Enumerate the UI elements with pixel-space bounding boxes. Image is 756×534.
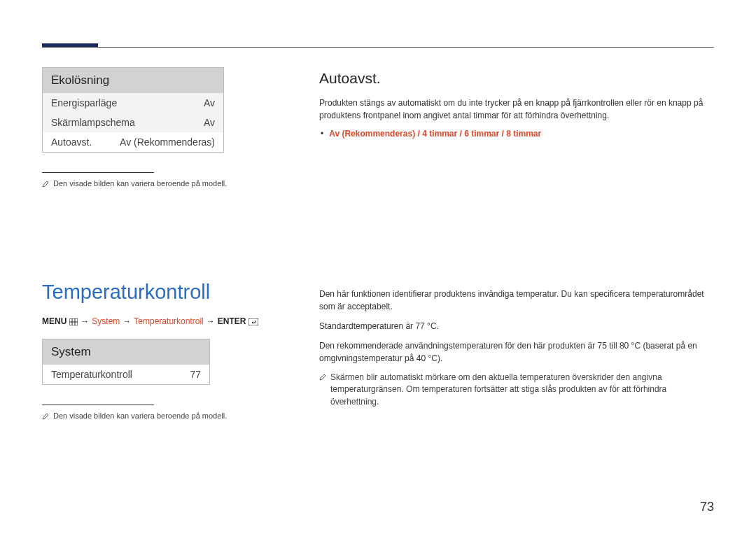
arrow-icon: → bbox=[122, 316, 131, 326]
left-column-lower: Temperaturkontroll MENU → System → Tempe… bbox=[42, 281, 280, 422]
header-rule bbox=[42, 47, 714, 48]
system-panel-title: System bbox=[43, 339, 209, 365]
eco-panel-row: Autoavst.Av (Rekommenderas) bbox=[43, 132, 223, 152]
eco-row-value: Av bbox=[204, 97, 215, 108]
eco-row-label: Energisparläge bbox=[51, 97, 117, 108]
eco-panel-row: SkärmlampschemaAv bbox=[43, 113, 223, 132]
tempcontrol-para2: Standardtemperaturen är 77 °C. bbox=[319, 320, 714, 332]
autoavst-options: Av (Rekommenderas) / 4 timmar / 6 timmar… bbox=[329, 129, 541, 139]
arrow-icon: → bbox=[80, 316, 89, 326]
page-number: 73 bbox=[700, 500, 714, 514]
eco-row-label: Autoavst. bbox=[51, 136, 92, 148]
tempcontrol-title: Temperaturkontroll bbox=[42, 281, 280, 304]
image-note: Den visade bilden kan variera beroende p… bbox=[42, 178, 280, 190]
tempcontrol-row-value: 77 bbox=[190, 369, 201, 380]
pencil-icon bbox=[42, 178, 49, 190]
tempcontrol-row-label: Temperaturkontroll bbox=[51, 369, 132, 380]
right-column-upper: Autoavst. Produkten stängs av automatisk… bbox=[319, 67, 714, 190]
left-column-upper: Ekolösning EnergisparlägeAvSkärmlampsche… bbox=[42, 67, 280, 190]
autoavst-options-row: • Av (Rekommenderas) / 4 timmar / 6 timm… bbox=[321, 129, 714, 139]
tempcontrol-row: Temperaturkontroll 77 bbox=[43, 365, 209, 384]
eco-row-label: Skärmlampschema bbox=[51, 117, 135, 128]
note-separator bbox=[42, 405, 154, 405]
autoavst-title: Autoavst. bbox=[319, 70, 714, 87]
image-note-text: Den visade bilden kan variera beroende p… bbox=[53, 178, 227, 190]
lower-columns: Temperaturkontroll MENU → System → Tempe… bbox=[42, 281, 714, 422]
eco-row-value: Av bbox=[204, 117, 215, 128]
path-enter: ENTER bbox=[218, 316, 246, 326]
eco-panel-row: EnergisparlägeAv bbox=[43, 93, 223, 113]
tempcontrol-para1: Den här funktionen identifierar produkte… bbox=[319, 288, 714, 313]
tempcontrol-note-text: Skärmen blir automatiskt mörkare om den … bbox=[330, 372, 714, 408]
menu-path: MENU → System → Temperaturkontroll → ENT… bbox=[42, 316, 280, 326]
tempcontrol-note: Skärmen blir automatiskt mörkare om den … bbox=[319, 372, 714, 408]
header-accent bbox=[42, 43, 98, 47]
arrow-icon: → bbox=[206, 316, 215, 326]
path-system: System bbox=[92, 316, 120, 326]
system-panel: System Temperaturkontroll 77 bbox=[42, 339, 210, 385]
right-column-lower: Den här funktionen identifierar produkte… bbox=[319, 281, 714, 422]
note-separator bbox=[42, 172, 154, 173]
spacer bbox=[42, 190, 714, 281]
pencil-icon bbox=[42, 411, 49, 422]
svg-rect-4 bbox=[248, 318, 258, 325]
enter-icon bbox=[248, 316, 258, 326]
eco-row-value: Av (Rekommenderas) bbox=[120, 136, 215, 148]
image-note: Den visade bilden kan variera beroende p… bbox=[42, 411, 280, 422]
image-note-text: Den visade bilden kan variera beroende p… bbox=[53, 411, 227, 422]
path-menu: MENU bbox=[42, 316, 66, 326]
upper-columns: Ekolösning EnergisparlägeAvSkärmlampsche… bbox=[42, 67, 714, 190]
bullet-dot-icon: • bbox=[321, 129, 323, 139]
page: Ekolösning EnergisparlägeAvSkärmlampsche… bbox=[0, 0, 756, 534]
eco-panel: Ekolösning EnergisparlägeAvSkärmlampsche… bbox=[42, 67, 224, 153]
pencil-icon bbox=[319, 372, 326, 383]
path-tempcontrol: Temperaturkontroll bbox=[134, 316, 203, 326]
menu-grid-icon bbox=[69, 316, 78, 326]
tempcontrol-para3: Den rekommenderade användningstemperatur… bbox=[319, 339, 714, 365]
eco-panel-title: Ekolösning bbox=[43, 68, 223, 93]
autoavst-description: Produkten stängs av automatiskt om du in… bbox=[319, 97, 714, 122]
